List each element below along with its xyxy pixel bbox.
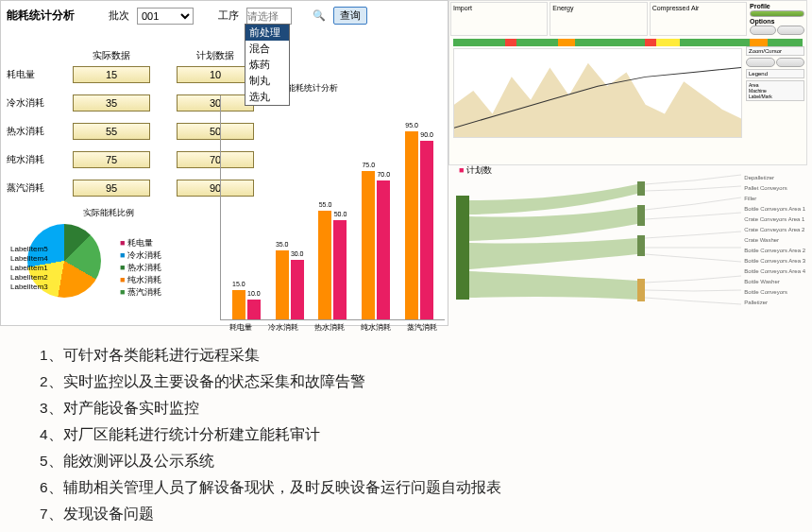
monitoring-dashboard: Import Energy Compressed Air Profile Opt… — [448, 0, 807, 165]
actual-value: 55 — [73, 123, 150, 140]
status-strip — [453, 39, 803, 46]
actual-value: 75 — [73, 151, 150, 168]
process-select[interactable] — [246, 8, 292, 25]
profile-button[interactable] — [750, 10, 804, 17]
feature-list: 1、可针对各类能耗进行远程采集2、实时监控以及主要设备的状态采集和故障告警3、对… — [40, 342, 501, 527]
bar-chart: 能耗统计分析 15.010.035.030.055.050.075.070.09… — [220, 95, 445, 320]
process-label: 工序 — [218, 9, 239, 23]
batch-select[interactable]: 001 — [137, 8, 194, 25]
svg-rect-3 — [637, 235, 645, 256]
plan-value: 10 — [177, 66, 254, 83]
svg-rect-0 — [456, 196, 469, 300]
sankey-diagram: DepalletizerPallet ConveyorsFillerBottle… — [448, 167, 807, 326]
actual-value: 15 — [73, 66, 150, 83]
actual-value: 35 — [73, 94, 150, 112]
process-dropdown[interactable]: 前处理 混合 炼药 制丸 选丸 — [245, 24, 290, 106]
pie-chart: 实际能耗比例 LabelItem5 LabelItem4 LabelItem1 … — [5, 207, 212, 320]
batch-label: 批次 — [109, 9, 129, 23]
search-button[interactable]: 查询 — [333, 7, 367, 25]
svg-rect-2 — [637, 205, 645, 226]
energy-analysis-panel: 能耗统计分析 批次 001 工序 🔍 查询 前处理 混合 炼药 制丸 选丸 耗电… — [0, 0, 448, 326]
svg-rect-4 — [637, 279, 645, 301]
area-chart — [453, 48, 742, 138]
actual-value: 95 — [73, 180, 150, 197]
panel-title: 能耗统计分析 — [7, 8, 75, 24]
svg-rect-1 — [637, 181, 645, 196]
